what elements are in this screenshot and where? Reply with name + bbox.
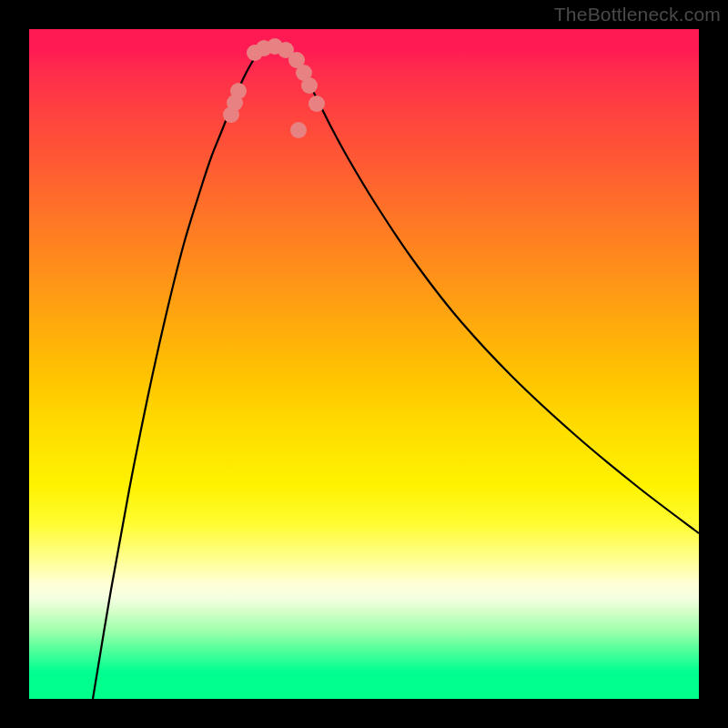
left-curve: [93, 53, 258, 699]
curve-group: [93, 53, 699, 699]
marker-dot: [290, 122, 307, 138]
watermark-text: TheBottleneck.com: [554, 4, 721, 25]
right-curve: [291, 53, 699, 533]
chart-svg: [29, 29, 699, 699]
chart-plot-area: [29, 29, 699, 699]
marker-dot: [308, 96, 325, 112]
marker-dot: [230, 83, 247, 99]
marker-group: [223, 38, 325, 138]
marker-dot: [301, 77, 318, 94]
